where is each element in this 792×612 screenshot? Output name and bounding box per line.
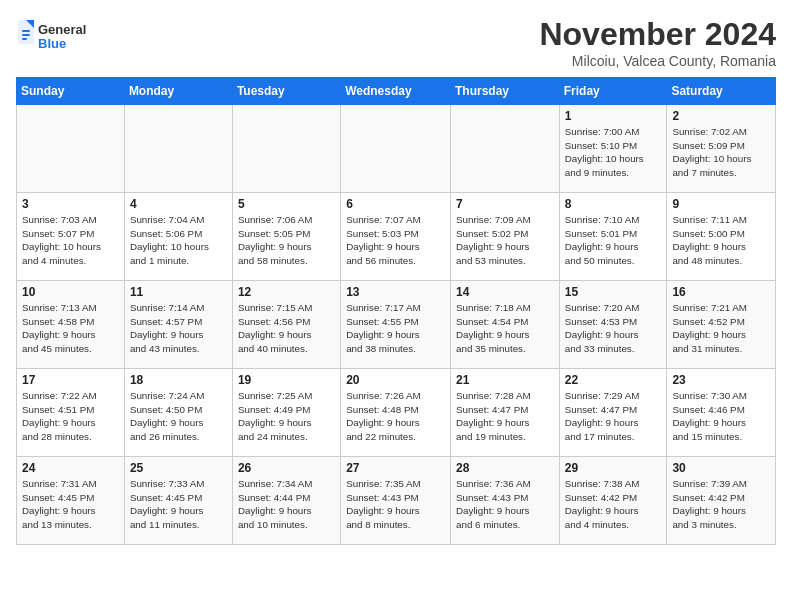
calendar-cell: 22Sunrise: 7:29 AM Sunset: 4:47 PM Dayli… (559, 369, 667, 457)
calendar-cell: 25Sunrise: 7:33 AM Sunset: 4:45 PM Dayli… (124, 457, 232, 545)
day-number: 13 (346, 285, 445, 299)
day-info: Sunrise: 7:20 AM Sunset: 4:53 PM Dayligh… (565, 301, 662, 356)
day-info: Sunrise: 7:14 AM Sunset: 4:57 PM Dayligh… (130, 301, 227, 356)
calendar-cell (341, 105, 451, 193)
day-info: Sunrise: 7:13 AM Sunset: 4:58 PM Dayligh… (22, 301, 119, 356)
day-info: Sunrise: 7:25 AM Sunset: 4:49 PM Dayligh… (238, 389, 335, 444)
calendar-cell: 30Sunrise: 7:39 AM Sunset: 4:42 PM Dayli… (667, 457, 776, 545)
day-number: 9 (672, 197, 770, 211)
calendar-cell: 11Sunrise: 7:14 AM Sunset: 4:57 PM Dayli… (124, 281, 232, 369)
day-info: Sunrise: 7:22 AM Sunset: 4:51 PM Dayligh… (22, 389, 119, 444)
day-info: Sunrise: 7:24 AM Sunset: 4:50 PM Dayligh… (130, 389, 227, 444)
calendar-cell: 8Sunrise: 7:10 AM Sunset: 5:01 PM Daylig… (559, 193, 667, 281)
calendar-cell: 15Sunrise: 7:20 AM Sunset: 4:53 PM Dayli… (559, 281, 667, 369)
day-number: 8 (565, 197, 662, 211)
day-number: 10 (22, 285, 119, 299)
day-number: 28 (456, 461, 554, 475)
day-info: Sunrise: 7:38 AM Sunset: 4:42 PM Dayligh… (565, 477, 662, 532)
calendar-cell: 16Sunrise: 7:21 AM Sunset: 4:52 PM Dayli… (667, 281, 776, 369)
calendar-cell: 3Sunrise: 7:03 AM Sunset: 5:07 PM Daylig… (17, 193, 125, 281)
day-number: 29 (565, 461, 662, 475)
calendar-cell (451, 105, 560, 193)
calendar-cell: 1Sunrise: 7:00 AM Sunset: 5:10 PM Daylig… (559, 105, 667, 193)
day-info: Sunrise: 7:15 AM Sunset: 4:56 PM Dayligh… (238, 301, 335, 356)
day-info: Sunrise: 7:21 AM Sunset: 4:52 PM Dayligh… (672, 301, 770, 356)
day-number: 3 (22, 197, 119, 211)
col-sunday: Sunday (17, 78, 125, 105)
calendar-cell: 12Sunrise: 7:15 AM Sunset: 4:56 PM Dayli… (232, 281, 340, 369)
day-number: 25 (130, 461, 227, 475)
day-number: 2 (672, 109, 770, 123)
calendar-header: Sunday Monday Tuesday Wednesday Thursday… (17, 78, 776, 105)
day-number: 30 (672, 461, 770, 475)
day-info: Sunrise: 7:26 AM Sunset: 4:48 PM Dayligh… (346, 389, 445, 444)
calendar-cell: 7Sunrise: 7:09 AM Sunset: 5:02 PM Daylig… (451, 193, 560, 281)
svg-text:Blue: Blue (38, 36, 66, 51)
calendar-cell: 5Sunrise: 7:06 AM Sunset: 5:05 PM Daylig… (232, 193, 340, 281)
day-info: Sunrise: 7:02 AM Sunset: 5:09 PM Dayligh… (672, 125, 770, 180)
weekday-row: Sunday Monday Tuesday Wednesday Thursday… (17, 78, 776, 105)
day-info: Sunrise: 7:10 AM Sunset: 5:01 PM Dayligh… (565, 213, 662, 268)
day-number: 23 (672, 373, 770, 387)
page-header: General Blue November 2024 Milcoiu, Valc… (16, 16, 776, 69)
day-number: 12 (238, 285, 335, 299)
calendar-week-5: 24Sunrise: 7:31 AM Sunset: 4:45 PM Dayli… (17, 457, 776, 545)
day-number: 16 (672, 285, 770, 299)
title-block: November 2024 Milcoiu, Valcea County, Ro… (539, 16, 776, 69)
day-number: 24 (22, 461, 119, 475)
calendar-cell: 26Sunrise: 7:34 AM Sunset: 4:44 PM Dayli… (232, 457, 340, 545)
day-info: Sunrise: 7:18 AM Sunset: 4:54 PM Dayligh… (456, 301, 554, 356)
day-info: Sunrise: 7:17 AM Sunset: 4:55 PM Dayligh… (346, 301, 445, 356)
calendar-cell: 19Sunrise: 7:25 AM Sunset: 4:49 PM Dayli… (232, 369, 340, 457)
calendar-cell: 2Sunrise: 7:02 AM Sunset: 5:09 PM Daylig… (667, 105, 776, 193)
day-info: Sunrise: 7:06 AM Sunset: 5:05 PM Dayligh… (238, 213, 335, 268)
calendar-body: 1Sunrise: 7:00 AM Sunset: 5:10 PM Daylig… (17, 105, 776, 545)
calendar-cell (17, 105, 125, 193)
col-saturday: Saturday (667, 78, 776, 105)
day-number: 17 (22, 373, 119, 387)
svg-rect-4 (22, 30, 30, 32)
calendar-table: Sunday Monday Tuesday Wednesday Thursday… (16, 77, 776, 545)
svg-rect-5 (22, 34, 30, 36)
day-number: 15 (565, 285, 662, 299)
day-number: 11 (130, 285, 227, 299)
col-tuesday: Tuesday (232, 78, 340, 105)
calendar-cell (232, 105, 340, 193)
calendar-cell: 23Sunrise: 7:30 AM Sunset: 4:46 PM Dayli… (667, 369, 776, 457)
day-number: 21 (456, 373, 554, 387)
calendar-cell: 17Sunrise: 7:22 AM Sunset: 4:51 PM Dayli… (17, 369, 125, 457)
day-number: 18 (130, 373, 227, 387)
svg-text:General: General (38, 22, 86, 37)
day-number: 27 (346, 461, 445, 475)
calendar-cell: 4Sunrise: 7:04 AM Sunset: 5:06 PM Daylig… (124, 193, 232, 281)
calendar-cell: 28Sunrise: 7:36 AM Sunset: 4:43 PM Dayli… (451, 457, 560, 545)
calendar-cell: 13Sunrise: 7:17 AM Sunset: 4:55 PM Dayli… (341, 281, 451, 369)
calendar-week-2: 3Sunrise: 7:03 AM Sunset: 5:07 PM Daylig… (17, 193, 776, 281)
day-info: Sunrise: 7:07 AM Sunset: 5:03 PM Dayligh… (346, 213, 445, 268)
day-info: Sunrise: 7:36 AM Sunset: 4:43 PM Dayligh… (456, 477, 554, 532)
day-number: 6 (346, 197, 445, 211)
day-info: Sunrise: 7:34 AM Sunset: 4:44 PM Dayligh… (238, 477, 335, 532)
day-info: Sunrise: 7:09 AM Sunset: 5:02 PM Dayligh… (456, 213, 554, 268)
day-number: 1 (565, 109, 662, 123)
day-number: 20 (346, 373, 445, 387)
calendar-cell: 20Sunrise: 7:26 AM Sunset: 4:48 PM Dayli… (341, 369, 451, 457)
page-title: November 2024 (539, 16, 776, 53)
day-number: 26 (238, 461, 335, 475)
calendar-cell: 29Sunrise: 7:38 AM Sunset: 4:42 PM Dayli… (559, 457, 667, 545)
calendar-cell: 18Sunrise: 7:24 AM Sunset: 4:50 PM Dayli… (124, 369, 232, 457)
calendar-cell: 27Sunrise: 7:35 AM Sunset: 4:43 PM Dayli… (341, 457, 451, 545)
calendar-cell: 14Sunrise: 7:18 AM Sunset: 4:54 PM Dayli… (451, 281, 560, 369)
day-info: Sunrise: 7:04 AM Sunset: 5:06 PM Dayligh… (130, 213, 227, 268)
calendar-cell: 9Sunrise: 7:11 AM Sunset: 5:00 PM Daylig… (667, 193, 776, 281)
day-number: 5 (238, 197, 335, 211)
svg-rect-6 (22, 38, 27, 40)
day-info: Sunrise: 7:39 AM Sunset: 4:42 PM Dayligh… (672, 477, 770, 532)
calendar-week-4: 17Sunrise: 7:22 AM Sunset: 4:51 PM Dayli… (17, 369, 776, 457)
col-friday: Friday (559, 78, 667, 105)
calendar-cell: 6Sunrise: 7:07 AM Sunset: 5:03 PM Daylig… (341, 193, 451, 281)
calendar-cell (124, 105, 232, 193)
page-subtitle: Milcoiu, Valcea County, Romania (539, 53, 776, 69)
col-thursday: Thursday (451, 78, 560, 105)
day-info: Sunrise: 7:28 AM Sunset: 4:47 PM Dayligh… (456, 389, 554, 444)
